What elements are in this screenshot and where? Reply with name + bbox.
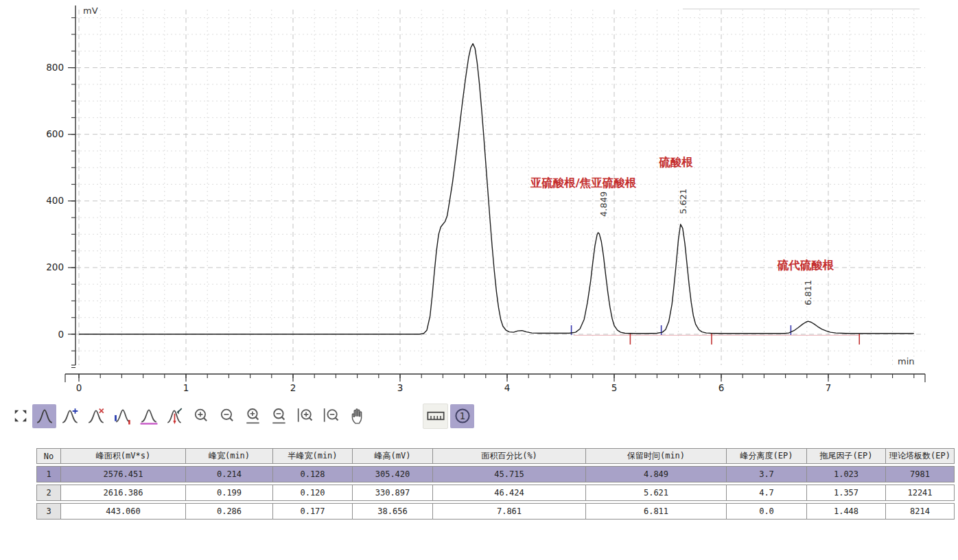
data-cell[interactable]: 443.060 [61,503,186,520]
data-cell[interactable]: 7981 [886,466,955,482]
zoom-in-icon[interactable] [189,404,213,428]
col-header[interactable]: 拖尾因子(EP) [807,448,886,464]
table-row[interactable]: 22616.3860.1990.120330.89746.4245.6214.7… [36,485,955,501]
data-cell[interactable]: 45.715 [433,466,586,482]
baseline-peak-icon[interactable] [137,404,161,428]
col-header[interactable]: 峰分离度(EP) [727,448,807,464]
fit-view-icon[interactable] [11,404,30,428]
data-cell[interactable]: 1.357 [807,485,886,501]
y-tick-label: 0 [58,329,64,340]
y-tick-label: 600 [46,128,64,139]
peak-rt-label: 5.621 [678,189,688,214]
table-row[interactable]: 3443.0600.2860.17738.6567.8616.8110.01.4… [36,503,955,520]
col-header[interactable]: 峰高(mV) [353,448,433,464]
col-header[interactable]: 峰宽(min) [186,448,273,464]
data-cell[interactable]: 330.897 [353,485,433,501]
measure-ruler-icon[interactable] [423,404,448,429]
data-cell[interactable]: 3.7 [727,466,807,482]
x-tick-label: 2 [290,382,296,393]
peak-name-label: 硫代硫酸根 [777,259,834,272]
split-peak-icon[interactable] [163,404,187,428]
pan-hand-icon[interactable] [345,404,369,428]
data-cell[interactable]: 305.420 [353,466,433,482]
peak-tool-icon[interactable] [32,404,56,428]
col-header[interactable]: 峰面积(mV*s) [61,448,186,464]
x-tick-label: 5 [611,382,618,393]
peak-table-header: No峰面积(mV*s)峰宽(min)半峰宽(min)峰高(mV)面积百分比(%)… [36,448,955,464]
data-cell[interactable]: 4.7 [727,485,807,501]
col-header[interactable]: 面积百分比(%) [433,448,586,464]
row-number-cell[interactable]: 1 [36,466,61,482]
row-number-cell[interactable]: 2 [36,485,61,501]
table-row[interactable]: 12576.4510.2140.128305.42045.7154.8493.7… [36,466,955,482]
data-cell[interactable]: 0.128 [273,466,353,482]
add-peak-icon[interactable] [58,404,82,428]
data-cell[interactable]: 2576.451 [61,466,186,482]
x-tick-label: 1 [183,382,189,393]
x-tick-label: 7 [826,382,832,393]
manual-baseline-icon[interactable] [110,404,135,428]
zoom-in-x-icon[interactable] [241,404,265,428]
peak-name-label: 亚硫酸根/焦亚硫酸根 [530,176,637,189]
data-cell[interactable]: 12241 [886,485,955,501]
col-header[interactable]: 半峰宽(min) [273,448,353,464]
data-cell[interactable]: 6.811 [586,503,727,520]
zoom-out-x-icon[interactable] [267,404,291,428]
data-cell[interactable]: 5.621 [586,485,727,501]
row-number-cell[interactable]: 3 [36,503,61,520]
data-cell[interactable]: 4.849 [586,466,727,482]
x-tick-label: 3 [397,382,404,393]
peak-rt-label: 6.811 [803,280,813,305]
zoom-out-y-icon[interactable] [319,404,343,428]
peak-results-table[interactable]: No峰面积(mV*s)峰宽(min)半峰宽(min)峰高(mV)面积百分比(%)… [36,446,955,522]
chromatogram-svg: 0200400600800mV01234567min亚硫酸根/焦亚硫酸根4.84… [0,0,958,399]
svg-text:1: 1 [459,411,465,421]
x-tick-label: 6 [718,382,725,393]
chart-toolbar: 1 [11,402,474,430]
data-cell[interactable]: 0.199 [186,485,273,501]
data-cell[interactable]: 1.448 [807,503,886,520]
peak-name-label: 硫酸根 [658,156,693,169]
col-header[interactable]: 理论塔板数(EP) [886,448,955,464]
x-tick-label: 4 [504,382,511,393]
data-cell[interactable]: 0.177 [273,503,353,520]
y-tick-label: 400 [46,195,64,206]
y-tick-label: 200 [46,261,64,272]
peak-rt-label: 4.849 [598,191,609,217]
data-cell[interactable]: 8214 [886,503,955,520]
data-cell[interactable]: 7.861 [433,503,586,520]
chromatogram-trace [79,44,914,334]
chromatogram-chart[interactable]: 0200400600800mV01234567min亚硫酸根/焦亚硫酸根4.84… [0,0,958,399]
data-cell[interactable]: 46.424 [433,485,586,501]
data-cell[interactable]: 2616.386 [61,485,186,501]
data-cell[interactable]: 0.0 [727,503,807,520]
zoom-in-y-icon[interactable] [293,404,317,428]
data-cell[interactable]: 0.286 [186,503,273,520]
y-axis-unit: mV [83,5,98,16]
data-cell[interactable]: 1.023 [807,466,886,482]
zoom-out-icon[interactable] [215,404,239,428]
delete-peak-icon[interactable] [84,404,108,428]
data-cell[interactable]: 0.214 [186,466,273,482]
col-header[interactable]: 保留时间(min) [586,448,727,464]
data-cell[interactable]: 0.120 [273,485,353,501]
y-tick-label: 800 [46,62,64,73]
channel-one-icon[interactable]: 1 [450,404,474,428]
x-axis-unit: min [898,356,915,366]
data-cell[interactable]: 38.656 [353,503,433,520]
x-tick-label: 0 [76,382,82,393]
col-header[interactable]: No [36,448,61,464]
